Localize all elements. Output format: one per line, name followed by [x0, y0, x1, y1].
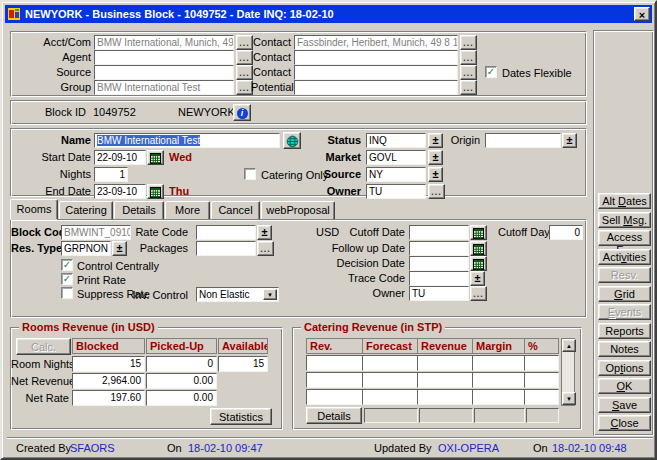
grid-button[interactable]: Grid: [598, 286, 651, 302]
source-lov-button[interactable]: ±: [428, 167, 443, 182]
tab-more[interactable]: More: [165, 201, 210, 220]
cutoff-days-label: Cutoff Days: [498, 226, 546, 239]
reports-button[interactable]: Reports: [598, 323, 651, 339]
res-type-lov-button[interactable]: ±: [112, 241, 127, 256]
status-lov-button[interactable]: ±: [428, 133, 443, 148]
close-window-button[interactable]: ×: [634, 7, 650, 21]
start-date-label: Start Date: [13, 151, 91, 164]
trace-code-field[interactable]: [409, 271, 469, 286]
options-button[interactable]: Options: [598, 360, 651, 376]
agent-field[interactable]: [94, 50, 234, 65]
name-field[interactable]: BMW International Test: [94, 133, 280, 148]
tab-details[interactable]: Details: [114, 201, 164, 220]
tab-catering[interactable]: Catering: [59, 201, 113, 220]
end-day-label: Thu: [169, 185, 189, 198]
check-icon: ✓: [486, 67, 496, 77]
status-field[interactable]: INQ: [366, 133, 426, 148]
end-date-label: End Date: [13, 185, 91, 198]
sell-msg-button[interactable]: Sell Msg.: [598, 212, 651, 228]
catering-only-checkbox[interactable]: [244, 168, 256, 180]
contact3-ellipsis-button[interactable]: ...: [460, 65, 477, 80]
suppress-rate-checkbox[interactable]: [61, 287, 73, 299]
tab-rooms[interactable]: Rooms: [10, 199, 58, 220]
contact2-ellipsis-button[interactable]: ...: [460, 50, 477, 65]
dates-flexible-label: Dates Flexible: [502, 67, 572, 80]
activities-button[interactable]: Activities: [598, 249, 651, 265]
cutoff-date-calendar-button[interactable]: [470, 225, 487, 240]
contact3-field[interactable]: [294, 65, 458, 80]
packages-label: Packages: [128, 242, 188, 255]
catering-cell: [524, 389, 559, 405]
catering-cell: [306, 372, 363, 388]
owner-ellipsis-button[interactable]: ...: [428, 184, 445, 199]
row-label-net-revenue: Net Revenue: [11, 375, 69, 388]
potential-field[interactable]: [294, 80, 458, 95]
group-label: Group: [13, 81, 91, 94]
end-date-calendar-button[interactable]: [147, 184, 164, 199]
scroll-down-icon[interactable]: ▼: [562, 392, 576, 405]
rooms-owner-ellipsis-button[interactable]: ...: [470, 286, 487, 301]
res-type-field[interactable]: GRPNON: [61, 241, 111, 256]
decision-date-field[interactable]: [409, 256, 469, 271]
created-by-value: SFAORS: [70, 442, 115, 455]
follow-up-date-calendar-button[interactable]: [470, 241, 487, 256]
end-date-field[interactable]: 23-09-10: [94, 184, 146, 199]
follow-up-date-field[interactable]: [409, 241, 469, 256]
market-field[interactable]: GOVL: [366, 150, 426, 165]
close-button[interactable]: Close: [598, 415, 651, 431]
window-title: NEWYORK - Business Block - 1049752 - Dat…: [25, 8, 334, 20]
dates-flexible-checkbox[interactable]: ✓: [485, 66, 497, 78]
potential-ellipsis-button[interactable]: ...: [460, 80, 477, 95]
packages-field[interactable]: [196, 241, 256, 256]
source-field[interactable]: NY: [366, 167, 426, 182]
statistics-button[interactable]: Statistics: [210, 408, 272, 425]
origin-lov-button[interactable]: ±: [562, 133, 577, 148]
access-excl-button[interactable]: Access E...: [598, 230, 651, 246]
column-header-rev-type: Rev. Type: [306, 338, 363, 354]
translate-button[interactable]: [283, 132, 301, 149]
status-bar: Created By SFAORS On 18-02-10 09:47 Upda…: [2, 442, 657, 458]
block-id-section: Block ID 1049752 NEWYORK i: [10, 100, 587, 125]
cutoff-days-field[interactable]: 0: [549, 225, 583, 240]
control-centrally-checkbox[interactable]: ✓: [61, 259, 73, 271]
cutoff-date-label: Cutoff Date: [323, 226, 405, 239]
tab-cancel[interactable]: Cancel: [211, 201, 260, 220]
owner-field[interactable]: TU: [366, 184, 426, 199]
contact2-field[interactable]: [294, 50, 458, 65]
rate-code-lov-button[interactable]: ±: [257, 225, 272, 240]
rate-code-field[interactable]: [196, 225, 256, 240]
start-date-field[interactable]: 22-09-10: [94, 150, 146, 165]
ok-button[interactable]: OK: [598, 378, 651, 394]
notes-button[interactable]: Notes: [598, 341, 651, 357]
decision-date-label: Decision Date: [323, 257, 405, 270]
calendar-icon: [471, 228, 486, 239]
agent-label: Agent: [13, 51, 91, 64]
nights-field[interactable]: 1: [94, 167, 128, 182]
catering-total-cell: [364, 408, 418, 423]
source-acct-field[interactable]: [94, 65, 234, 80]
rooms-owner-field[interactable]: TU: [409, 286, 469, 301]
inv-control-combo[interactable]: Non Elastic ▼: [196, 287, 279, 302]
chevron-down-icon[interactable]: ▼: [263, 289, 277, 300]
decision-date-calendar-button[interactable]: [470, 256, 487, 271]
details-button[interactable]: Details: [306, 407, 362, 424]
block-overview-section: Name BMW International Test Start Date 2…: [10, 128, 587, 197]
scroll-up-icon[interactable]: ▲: [562, 339, 576, 352]
packages-ellipsis-button[interactable]: ...: [257, 241, 274, 256]
alt-dates-button[interactable]: Alt Dates: [598, 193, 651, 209]
market-lov-button[interactable]: ±: [428, 150, 443, 165]
contact1-ellipsis-button[interactable]: ...: [460, 35, 477, 50]
trace-code-label: Trace Code: [323, 272, 405, 285]
property-info-button[interactable]: i: [233, 104, 251, 121]
trace-code-lov-button[interactable]: ±: [470, 271, 485, 286]
start-date-calendar-button[interactable]: [147, 150, 164, 165]
acct-com-label: Acct/Com: [13, 36, 91, 49]
origin-field[interactable]: [485, 133, 561, 148]
rate-code-label: Rate Code: [128, 226, 188, 239]
save-button[interactable]: Save: [598, 397, 651, 413]
print-rate-checkbox[interactable]: ✓: [61, 273, 73, 285]
cutoff-date-field[interactable]: [409, 225, 469, 240]
tab-webproposal[interactable]: webProposal: [261, 201, 335, 220]
contact3-label: Contact: [251, 66, 291, 79]
catering-scrollbar[interactable]: ▲ ▼: [561, 338, 575, 406]
